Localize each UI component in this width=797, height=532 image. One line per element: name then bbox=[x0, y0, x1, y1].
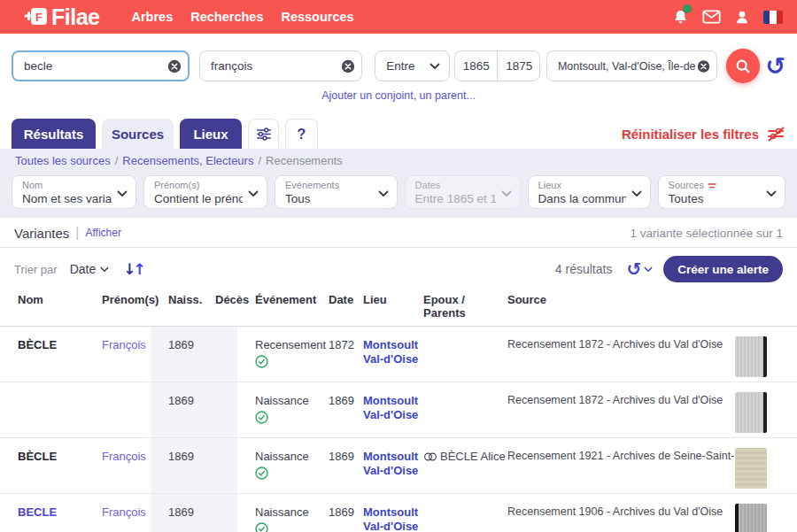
filae-logo[interactable]: F Filae bbox=[23, 4, 99, 30]
row-lastname[interactable]: BÈCLE bbox=[18, 450, 102, 493]
main-nav: Arbres Recherches Ressources bbox=[131, 10, 353, 24]
table-row[interactable]: BECLE François 1869 Naissance 1869 Monts… bbox=[0, 494, 797, 532]
reset-filters-button[interactable]: Réinitialiser les filtres bbox=[622, 127, 785, 149]
clear-firstname-icon[interactable] bbox=[341, 59, 355, 73]
row-source: Recensement 1872 - Archives du Val d'Ois… bbox=[507, 394, 735, 437]
filter-sources[interactable]: Sources Toutes bbox=[658, 175, 785, 209]
nav-ressources[interactable]: Ressources bbox=[281, 10, 353, 24]
firstname-input[interactable] bbox=[200, 51, 361, 81]
year-from-input[interactable] bbox=[455, 51, 498, 81]
row-death-year bbox=[215, 505, 255, 532]
row-place-commune: Montsoult bbox=[363, 394, 418, 407]
row-place-commune: Montsoult bbox=[363, 450, 418, 463]
language-button[interactable] bbox=[763, 7, 783, 27]
filter-value: Tous bbox=[285, 192, 339, 207]
create-alert-button[interactable]: Créer une alerte bbox=[663, 256, 783, 282]
filter-prenom[interactable]: Prénom(s) Contient le prénom bbox=[143, 175, 267, 209]
tab-lieux[interactable]: Lieux bbox=[180, 119, 242, 149]
history-icon: ↺ bbox=[626, 260, 641, 278]
clear-lastname-icon[interactable] bbox=[167, 59, 182, 73]
breadcrumb: Toutes les sources/Recensements, Electeu… bbox=[0, 149, 797, 171]
filter-evenements[interactable]: Evénements Tous bbox=[275, 175, 398, 209]
record-thumbnail[interactable] bbox=[735, 504, 767, 532]
record-thumbnail[interactable] bbox=[735, 392, 767, 433]
nav-recherches[interactable]: Recherches bbox=[190, 10, 263, 24]
table-row[interactable]: BÈCLE François 1869 Naissance 1869 Monts… bbox=[0, 438, 797, 494]
account-button[interactable] bbox=[732, 7, 752, 27]
row-firstname-link[interactable]: François bbox=[102, 338, 168, 382]
row-place-link[interactable]: Montsoult Val-d'Oise bbox=[363, 394, 423, 437]
row-firstname-link[interactable]: François bbox=[102, 505, 168, 532]
location-input[interactable] bbox=[547, 51, 716, 81]
sliders-icon bbox=[256, 127, 272, 141]
col-nom: Nom bbox=[18, 293, 102, 320]
row-place-departement: Val-d'Oise bbox=[363, 464, 418, 477]
messages-button[interactable] bbox=[701, 7, 721, 27]
table-row[interactable]: BÈCLE François 1869 Recensement 1872 Mon… bbox=[0, 327, 797, 382]
marriage-rings-icon bbox=[423, 451, 437, 462]
verified-check-icon bbox=[255, 466, 329, 482]
filter-dates[interactable]: Dates Entre 1865 et 1875 bbox=[405, 175, 521, 209]
filter-label: Nom bbox=[22, 180, 112, 192]
tab-help[interactable]: ? bbox=[285, 119, 318, 149]
arrow-down-icon: ↓ bbox=[123, 260, 133, 278]
sort-field-select[interactable]: Date bbox=[70, 262, 110, 276]
col-source: Source bbox=[507, 293, 735, 320]
table-row[interactable]: 1869 Naissance 1869 Montsoult Val-d'Oise… bbox=[0, 382, 797, 438]
row-place-commune: Montsoult bbox=[363, 505, 418, 519]
table-header: Nom Prénom(s) Naiss. Décès Événement Dat… bbox=[0, 289, 797, 327]
chevron-down-icon bbox=[100, 266, 109, 273]
show-variants-link[interactable]: Afficher bbox=[85, 227, 120, 239]
row-event-date: 1869 bbox=[329, 394, 363, 437]
row-place-commune: Montsoult bbox=[363, 338, 418, 351]
reset-search-button[interactable]: ↺ bbox=[765, 54, 785, 78]
date-operator-value: Entre bbox=[386, 59, 414, 73]
tab-sources[interactable]: Sources bbox=[102, 119, 174, 149]
lastname-field bbox=[12, 50, 190, 81]
row-lastname[interactable] bbox=[18, 394, 102, 437]
row-place-departement: Val-d'Oise bbox=[363, 352, 418, 366]
record-thumbnail[interactable] bbox=[735, 336, 767, 377]
breadcrumb-separator: / bbox=[115, 154, 119, 167]
row-birth-year: 1869 bbox=[168, 450, 215, 493]
breadcrumb-recensements-electeurs[interactable]: Recensements, Electeurs bbox=[122, 154, 253, 167]
nav-arbres[interactable]: Arbres bbox=[131, 10, 173, 24]
variants-row: Variantes | Afficher 1 variante sélectio… bbox=[0, 218, 797, 248]
filter-lieux[interactable]: Lieux Dans la commune bbox=[528, 175, 651, 209]
breadcrumb-separator: / bbox=[258, 154, 261, 167]
row-place-link[interactable]: Montsoult Val-d'Oise bbox=[363, 505, 423, 532]
row-event: Naissance bbox=[255, 394, 329, 437]
search-button[interactable] bbox=[726, 49, 760, 83]
row-firstname-link[interactable] bbox=[102, 394, 168, 437]
filter-label: Dates bbox=[415, 180, 496, 192]
filters-bar: Nom Nom et ses variante... Prénom(s) Con… bbox=[0, 171, 797, 218]
year-to-input[interactable] bbox=[498, 51, 540, 81]
tab-resultats[interactable]: Résultats bbox=[12, 119, 96, 149]
chevron-down-icon bbox=[501, 190, 512, 197]
search-history-button[interactable]: ↺ bbox=[626, 260, 653, 278]
add-relative-link[interactable]: Ajouter un conjoint, un parent... bbox=[12, 89, 785, 102]
row-spouse[interactable]: BÈCLE Alice bbox=[423, 450, 506, 463]
row-firstname-link[interactable]: François bbox=[102, 450, 168, 493]
row-lastname[interactable]: BÈCLE bbox=[18, 338, 102, 382]
lastname-input[interactable] bbox=[13, 52, 188, 80]
variants-divider: | bbox=[75, 225, 79, 241]
row-place-link[interactable]: Montsoult Val-d'Oise bbox=[363, 450, 423, 493]
filter-nom[interactable]: Nom Nom et ses variante... bbox=[12, 175, 136, 209]
clear-location-icon[interactable] bbox=[697, 59, 710, 73]
row-birth-year: 1869 bbox=[168, 338, 215, 382]
chevron-down-icon bbox=[631, 190, 642, 197]
row-event-label: Recensement bbox=[255, 338, 326, 351]
col-date: Date bbox=[329, 293, 363, 320]
filter-label: Evénements bbox=[285, 180, 339, 192]
record-thumbnail[interactable] bbox=[735, 448, 767, 489]
breadcrumb-all-sources[interactable]: Toutes les sources bbox=[15, 154, 111, 167]
notifications-button[interactable] bbox=[670, 7, 690, 27]
row-place-link[interactable]: Montsoult Val-d'Oise bbox=[363, 338, 423, 382]
row-lastname[interactable]: BECLE bbox=[18, 505, 102, 532]
verified-check-icon bbox=[255, 522, 329, 532]
date-operator-select[interactable]: Entre bbox=[375, 50, 450, 81]
tab-filters[interactable] bbox=[248, 119, 279, 149]
row-event: Naissance bbox=[255, 450, 329, 493]
sort-direction-button[interactable]: ↓↑ bbox=[123, 260, 143, 278]
